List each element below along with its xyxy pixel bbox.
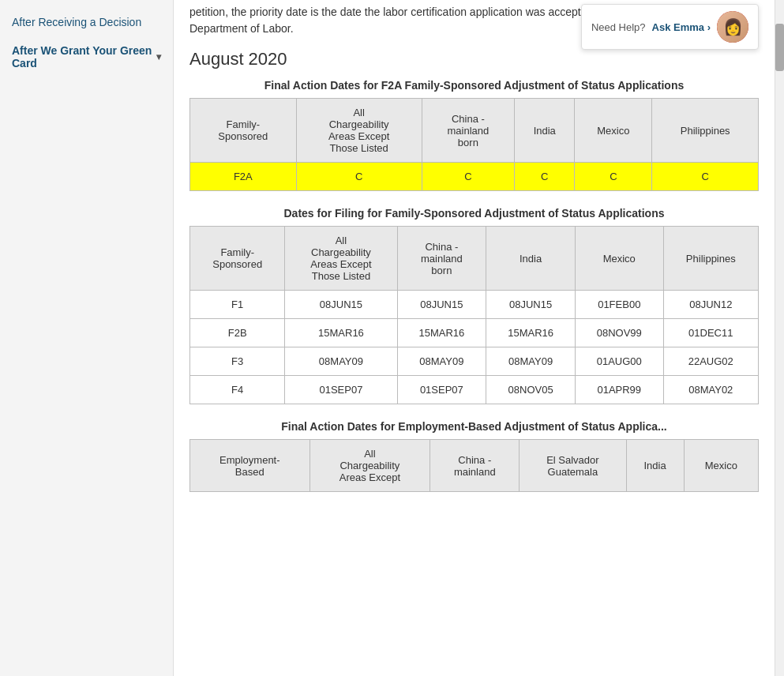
- table1-header-0: Family-Sponsored: [190, 99, 297, 163]
- table1: Family-Sponsored AllChargeabilityAreas E…: [189, 98, 759, 191]
- table3-title: Final Action Dates for Employment-Based …: [189, 420, 759, 433]
- help-prefix-text: Need Help?: [591, 21, 646, 33]
- table-cell: C: [575, 163, 652, 191]
- table3-header-0: Employment-Based: [190, 440, 310, 492]
- table-cell: 01APR99: [575, 376, 663, 404]
- sidebar: After Receiving a Decision After We Gran…: [0, 0, 174, 676]
- sidebar-item-label: After Receiving a Decision: [12, 16, 141, 28]
- table-cell: 08MAY09: [397, 347, 486, 376]
- table3: Employment-Based AllChargeabilityAreas E…: [189, 439, 759, 492]
- table-cell: 08JUN15: [397, 291, 486, 319]
- table-cell: 15MAR16: [397, 319, 486, 347]
- table3-header-row: Employment-Based AllChargeabilityAreas E…: [190, 440, 759, 492]
- table3-header-4: India: [626, 440, 684, 492]
- help-widget[interactable]: Need Help? Ask Emma › 👩: [581, 4, 759, 50]
- table2-header-2: China -mainlandborn: [397, 227, 486, 291]
- table-cell: C: [296, 163, 422, 191]
- table3-header-3: El SalvadorGuatemala: [520, 440, 626, 492]
- table2-container: Dates for Filing for Family-Sponsored Ad…: [189, 207, 759, 404]
- table2-header-4: Mexico: [575, 227, 663, 291]
- table-cell: 01DEC11: [663, 319, 758, 347]
- table-cell: 01SEP07: [285, 376, 397, 404]
- table2-header-5: Philippines: [663, 227, 758, 291]
- table-cell: C: [652, 163, 759, 191]
- section-title: August 2020: [189, 49, 759, 69]
- table-cell: 08NOV05: [486, 376, 576, 404]
- table3-container: Final Action Dates for Employment-Based …: [189, 420, 759, 492]
- table-cell: 08JUN15: [486, 291, 576, 319]
- table-cell: C: [422, 163, 515, 191]
- table1-header-3: India: [515, 99, 575, 163]
- table-cell: F4: [190, 376, 285, 404]
- table1-header-5: Philippines: [652, 99, 759, 163]
- sidebar-item-after-receiving[interactable]: After Receiving a Decision: [0, 8, 173, 36]
- table-cell: 08JUN12: [663, 291, 758, 319]
- table-row: F2B15MAR1615MAR1615MAR1608NOV9901DEC11: [190, 319, 759, 347]
- table2-header-1: AllChargeabilityAreas ExceptThose Listed: [285, 227, 397, 291]
- table-cell: 08MAY09: [285, 347, 397, 376]
- table2-header-0: Family-Sponsored: [190, 227, 285, 291]
- table-cell: 08MAY09: [486, 347, 576, 376]
- table-cell: F2B: [190, 319, 285, 347]
- sidebar-item-after-grant[interactable]: After We Grant Your Green Card ▾: [0, 36, 173, 77]
- sidebar-item-label: After We Grant Your Green Card: [12, 44, 156, 69]
- table-cell: 08MAY02: [663, 376, 758, 404]
- chevron-down-icon: ▾: [156, 51, 161, 62]
- table-row: F401SEP0701SEP0708NOV0501APR9908MAY02: [190, 376, 759, 404]
- table-cell: 22AUG02: [663, 347, 758, 376]
- avatar-face: 👩: [717, 11, 748, 43]
- table-cell: 15MAR16: [486, 319, 576, 347]
- table-cell: 01SEP07: [397, 376, 486, 404]
- table-row: F108JUN1508JUN1508JUN1501FEB0008JUN12: [190, 291, 759, 319]
- table-cell: C: [515, 163, 575, 191]
- table3-header-2: China -mainland: [430, 440, 520, 492]
- table1-header-1: AllChargeabilityAreas ExceptThose Listed: [296, 99, 422, 163]
- avatar: 👩: [717, 11, 748, 43]
- table-cell: F1: [190, 291, 285, 319]
- table1-title: Final Action Dates for F2A Family-Sponso…: [189, 79, 759, 92]
- table-row: F308MAY0908MAY0908MAY0901AUG0022AUG02: [190, 347, 759, 376]
- main-content: Need Help? Ask Emma › 👩 petition, the pr…: [174, 0, 775, 676]
- scrollbar-track[interactable]: [775, 0, 784, 676]
- table1-container: Final Action Dates for F2A Family-Sponso…: [189, 79, 759, 191]
- ask-emma-link[interactable]: Ask Emma ›: [652, 21, 711, 33]
- table2-header-row: Family-Sponsored AllChargeabilityAreas E…: [190, 227, 759, 291]
- table1-header-row: Family-Sponsored AllChargeabilityAreas E…: [190, 99, 759, 163]
- table-cell: 01FEB00: [575, 291, 663, 319]
- table-cell: 15MAR16: [285, 319, 397, 347]
- table-cell: F3: [190, 347, 285, 376]
- table-cell: F2A: [190, 163, 297, 191]
- table-cell: 08JUN15: [285, 291, 397, 319]
- table2-title: Dates for Filing for Family-Sponsored Ad…: [189, 207, 759, 220]
- table3-header-1: AllChargeabilityAreas Except: [309, 440, 430, 492]
- table2: Family-Sponsored AllChargeabilityAreas E…: [189, 226, 759, 404]
- table1-header-2: China -mainlandborn: [422, 99, 515, 163]
- table1-header-4: Mexico: [575, 99, 652, 163]
- table3-header-5: Mexico: [684, 440, 758, 492]
- arrow-icon: ›: [707, 21, 711, 33]
- table-row: F2ACCCCC: [190, 163, 759, 191]
- table-cell: 08NOV99: [575, 319, 663, 347]
- table2-header-3: India: [486, 227, 576, 291]
- table-cell: 01AUG00: [575, 347, 663, 376]
- scrollbar-thumb[interactable]: [775, 24, 784, 71]
